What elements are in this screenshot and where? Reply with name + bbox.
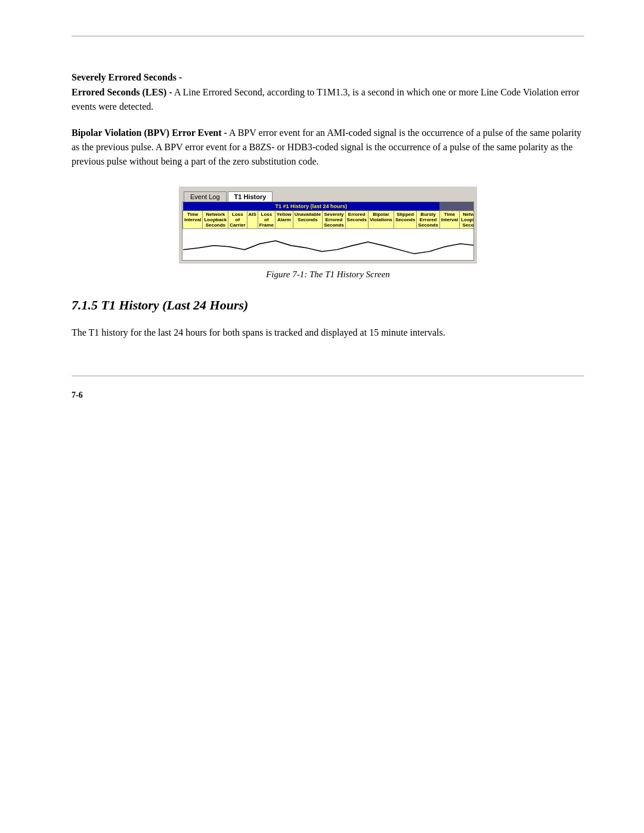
t1-history-body: The T1 history for the last 24 hours for… xyxy=(72,325,584,340)
history-table-body xyxy=(183,229,475,260)
les-body: Errored Seconds (LES) - A Line Errored S… xyxy=(72,85,584,114)
bottom-rule xyxy=(72,376,584,376)
col2-time: Time Interval xyxy=(439,211,459,229)
col2-network-loopback: Network Loopback Seconds xyxy=(460,211,474,229)
col-errored: Errored Seconds xyxy=(345,211,368,229)
bpv-bold: Bipolar Violation (BPV) Error Event - xyxy=(72,128,227,138)
col-ais: AIS xyxy=(247,211,258,229)
col-bursty: Bursty Errored Seconds xyxy=(417,211,439,229)
history-table: T1 #1 History (last 24 hours) T1 #2 Hist… xyxy=(182,202,474,260)
col-yellow: Yellow Alarm xyxy=(275,211,293,229)
t1-group1-header: T1 #1 History (last 24 hours) xyxy=(183,202,440,211)
col-loss-frame: Loss of Frame xyxy=(258,211,275,229)
wave-chart xyxy=(183,229,475,259)
ses-heading: Severely Errored Seconds - xyxy=(72,72,584,83)
t1-group2-header: T1 #2 History (last 24 hours) xyxy=(439,202,474,211)
top-rule xyxy=(72,36,584,36)
col-severely: Severely Errored Seconds xyxy=(323,211,345,229)
severely-errored-section: Severely Errored Seconds - Errored Secon… xyxy=(72,72,584,114)
les-bold: Errored Seconds (LES) - xyxy=(72,87,172,97)
col-slipped: Slipped Seconds xyxy=(394,211,417,229)
t1-history-tab[interactable]: T1 History xyxy=(228,191,273,202)
page-number: 7-6 xyxy=(72,391,83,400)
col-loss-carrier: Loss of Carrier xyxy=(228,211,247,229)
page-footer: 7-6 xyxy=(72,391,83,400)
col-bipolar: Bipolar Violations xyxy=(368,211,394,229)
figure-caption: Figure 7-1: The T1 History Screen xyxy=(266,270,390,280)
svg-rect-0 xyxy=(183,229,475,259)
table-row xyxy=(183,229,475,260)
bpv-body: Bipolar Violation (BPV) Error Event - A … xyxy=(72,126,584,169)
col-network-loopback: Network Loopback Seconds xyxy=(203,211,228,229)
screen-image: Event Log T1 History T1 #1 History (last… xyxy=(179,187,477,264)
col-unavail: Unavailable Seconds xyxy=(293,211,322,229)
page-container: Severely Errored Seconds - Errored Secon… xyxy=(0,0,644,412)
t1-history-heading: 7.1.5 T1 History (Last 24 Hours) xyxy=(72,298,584,313)
screen-tabs: Event Log T1 History xyxy=(182,190,474,202)
event-log-tab[interactable]: Event Log xyxy=(184,191,227,202)
screen-body: T1 #1 History (last 24 hours) T1 #2 Hist… xyxy=(182,202,474,261)
bipolar-section: Bipolar Violation (BPV) Error Event - A … xyxy=(72,126,584,169)
figure-container: Event Log T1 History T1 #1 History (last… xyxy=(72,187,584,280)
col-time: Time Interval xyxy=(183,211,203,229)
